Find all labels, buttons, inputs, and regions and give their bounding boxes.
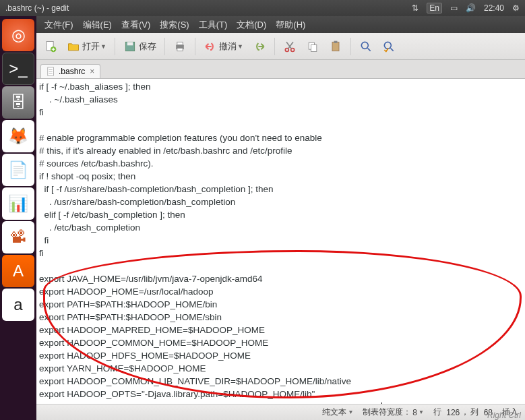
battery-icon[interactable]: ▭ (450, 3, 458, 13)
clock[interactable]: 22:40 (484, 3, 504, 13)
svg-rect-12 (334, 40, 337, 42)
find-icon (359, 40, 373, 53)
gedit-window: 文件(F) 编辑(E) 查看(V) 搜索(S) 工具(T) 文档(D) 帮助(H… (36, 16, 525, 420)
system-topbar: .bashrc (~) - gedit ⇅ En ▭ 🔊 22:40 ⚙ (0, 0, 525, 16)
tab-close-icon[interactable]: × (90, 67, 94, 76)
toolbar-separator (195, 38, 195, 55)
toolbar-separator (164, 38, 165, 55)
open-dropdown-icon[interactable]: ▼ (100, 43, 106, 50)
menu-help[interactable]: 帮助(H) (272, 18, 309, 32)
new-button[interactable] (40, 38, 61, 55)
copy-button[interactable] (303, 38, 323, 55)
amazon-icon[interactable]: a (2, 289, 34, 321)
svg-rect-10 (311, 44, 316, 51)
svg-rect-5 (177, 42, 183, 44)
text-editor[interactable]: if [ -f ~/.bash_aliases ]; then . ~/.bas… (36, 79, 525, 404)
undo-icon (204, 40, 217, 53)
paste-button[interactable] (326, 38, 346, 55)
text-cursor (381, 402, 382, 404)
svg-rect-3 (127, 42, 133, 45)
dropdown-icon: ▼ (348, 409, 353, 415)
copy-icon (306, 40, 319, 53)
document-icon (47, 67, 56, 76)
tabwidth-selector[interactable]: 制表符宽度： 8 ▼ (363, 407, 424, 418)
svg-rect-6 (177, 48, 183, 51)
ubuntu-dash-icon[interactable]: ◎ (2, 19, 34, 51)
open-button[interactable]: 打开 ▼ (63, 38, 110, 55)
language-indicator[interactable]: En (427, 3, 442, 13)
toolbar-separator (350, 38, 351, 55)
replace-button[interactable] (379, 38, 399, 55)
svg-rect-11 (332, 42, 339, 51)
libreoffice-impress-icon[interactable]: 📽 (2, 221, 34, 253)
print-button[interactable] (170, 38, 190, 55)
save-icon (123, 40, 137, 53)
replace-icon (382, 40, 396, 53)
redo-icon (253, 40, 266, 53)
cut-icon (283, 40, 297, 53)
undo-button[interactable]: 撤消 ▼ (200, 38, 247, 55)
tab-bar: .bashrc × (36, 60, 525, 79)
toolbar-separator (115, 38, 115, 55)
status-bar: 纯文本 ▼ 制表符宽度： 8 ▼ 行 126，列 68 插入 (36, 404, 525, 420)
menu-edit[interactable]: 编辑(E) (79, 18, 116, 32)
libreoffice-writer-icon[interactable]: 📄 (2, 154, 34, 186)
save-button[interactable]: 保存 (120, 38, 160, 55)
cut-button[interactable] (280, 38, 300, 55)
tab-label: .bashrc (59, 67, 85, 76)
terminal-icon[interactable]: >_ (2, 53, 34, 85)
menu-search[interactable]: 搜索(S) (156, 18, 193, 32)
window-title: .bashrc (~) - gedit (5, 3, 412, 13)
network-icon[interactable]: ⇅ (412, 3, 419, 13)
system-tray: ⇅ En ▭ 🔊 22:40 ⚙ (412, 3, 520, 13)
dropdown-icon: ▼ (419, 409, 424, 415)
menubar: 文件(F) 编辑(E) 查看(V) 搜索(S) 工具(T) 文档(D) 帮助(H… (36, 16, 525, 33)
svg-point-14 (384, 42, 391, 49)
menu-documents[interactable]: 文档(D) (233, 18, 270, 32)
unity-launcher: ◎ >_ 🗄 🦊 📄 📊 📽 A a (0, 16, 36, 420)
sound-icon[interactable]: 🔊 (466, 3, 476, 13)
editor-content: if [ -f ~/.bash_aliases ]; then . ~/.bas… (39, 82, 381, 404)
firefox-icon[interactable]: 🦊 (2, 120, 34, 152)
menu-view[interactable]: 查看(V) (117, 18, 154, 32)
tab-bashrc[interactable]: .bashrc × (40, 64, 100, 78)
toolbar: 打开 ▼ 保存 撤消 ▼ (36, 33, 525, 60)
files-icon[interactable]: 🗄 (2, 86, 34, 119)
redo-button[interactable] (249, 38, 270, 55)
new-file-icon (44, 40, 57, 53)
toolbar-separator (274, 38, 275, 55)
libreoffice-calc-icon[interactable]: 📊 (2, 187, 34, 220)
find-button[interactable] (356, 38, 376, 55)
undo-dropdown-icon[interactable]: ▼ (237, 43, 243, 50)
open-folder-icon (67, 40, 80, 53)
cursor-position: 行 126，列 68 (433, 407, 493, 418)
paste-icon (329, 40, 342, 53)
svg-point-13 (361, 42, 368, 49)
menu-tools[interactable]: 工具(T) (195, 18, 232, 32)
vm-hotkey-hint: Right Ctrl (487, 411, 521, 420)
language-selector[interactable]: 纯文本 ▼ (322, 407, 353, 418)
session-icon[interactable]: ⚙ (512, 3, 520, 13)
menu-file[interactable]: 文件(F) (40, 18, 78, 32)
ubuntu-software-icon[interactable]: A (2, 255, 34, 287)
print-icon (173, 40, 187, 53)
